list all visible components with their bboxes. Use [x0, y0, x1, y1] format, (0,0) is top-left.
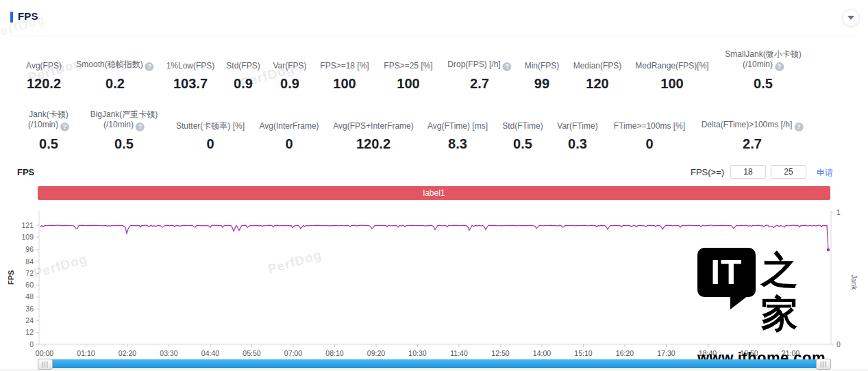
svg-text:0: 0 [836, 340, 841, 348]
collapse-button[interactable] [842, 9, 860, 27]
stat-label: Avg(FTime) [ms] [427, 110, 488, 131]
svg-text:19:50: 19:50 [740, 349, 758, 357]
svg-text:10:30: 10:30 [408, 349, 426, 357]
stat-item: Avg(FPS)120.2 [26, 49, 62, 92]
stat-value: 120.2 [26, 76, 62, 92]
stat-label: Avg(FPS+InterFrame) [333, 110, 413, 131]
stat-item: FPS>=25 [%]100 [384, 49, 432, 92]
stat-item: Smooth(稳帧指数)?0.2 [76, 49, 153, 92]
stat-item: FPS>=18 [%]100 [320, 49, 369, 92]
stat-label: Jank(卡顿)(/10min)? [28, 110, 69, 131]
stat-value: 0.5 [725, 76, 801, 92]
fps-threshold-input-2[interactable] [771, 165, 806, 179]
svg-text:Jank: Jank [850, 274, 858, 290]
stat-value: 100 [320, 76, 369, 92]
help-icon[interactable]: ? [775, 62, 784, 71]
stat-label: Var(FPS) [273, 49, 306, 71]
stat-value: 0.5 [28, 136, 69, 152]
stat-value: 99 [525, 76, 560, 92]
stat-item: BigJank(严重卡顿)(/10min)?0.5 [90, 110, 158, 152]
series-label-banner[interactable]: label1 [38, 186, 830, 200]
scrollbar-handle-left[interactable]: ||| [38, 359, 53, 370]
stat-item: 1%Low(FPS)103.7 [166, 49, 215, 92]
stat-item: SmallJank(微小卡顿)(/10min)?0.5 [725, 49, 801, 92]
stat-label: Stutter(卡顿率) [%] [176, 110, 245, 131]
stat-label: 1%Low(FPS) [166, 49, 215, 71]
stat-item: Var(FPS)0.9 [273, 49, 306, 92]
stat-label: Std(FTime) [502, 110, 543, 131]
stat-value: 2.7 [702, 136, 804, 152]
stat-label: Drop(FPS) [/h]? [447, 49, 511, 71]
help-icon[interactable]: ? [503, 62, 512, 71]
svg-text:FPS: FPS [7, 270, 15, 285]
stat-item: Median(FPS)120 [573, 49, 622, 92]
stat-value: 120.2 [333, 136, 413, 152]
stat-item: Min(FPS)99 [525, 49, 560, 92]
svg-text:21:00: 21:00 [782, 349, 799, 357]
stat-label: SmallJank(微小卡顿)(/10min)? [725, 49, 801, 71]
svg-text:84: 84 [25, 257, 34, 266]
chart-scrollbar[interactable]: ||| ||| [38, 359, 831, 370]
stat-value: 8.3 [427, 136, 488, 152]
svg-text:48: 48 [25, 292, 34, 300]
svg-text:07:00: 07:00 [284, 349, 302, 357]
scrollbar-handle-right[interactable]: ||| [816, 359, 831, 370]
stat-label: BigJank(严重卡顿)(/10min)? [90, 110, 158, 131]
stat-item: Stutter(卡顿率) [%]0 [176, 110, 245, 152]
stat-label: Std(FPS) [226, 49, 260, 71]
svg-text:16:20: 16:20 [616, 349, 634, 357]
bottom-border [0, 370, 868, 370]
svg-text:36: 36 [25, 305, 34, 313]
svg-text:02:20: 02:20 [119, 349, 136, 357]
stat-label: Smooth(稳帧指数)? [76, 49, 153, 71]
stat-item: Std(FPS)0.9 [226, 49, 260, 92]
stat-value: 0.9 [273, 76, 306, 92]
svg-text:96: 96 [25, 245, 34, 253]
divider [10, 36, 858, 36]
stat-label: Delta(FTime)>100ms [/h]? [702, 110, 804, 131]
svg-text:03:30: 03:30 [160, 349, 177, 357]
apply-link[interactable]: 申请 [817, 167, 833, 179]
svg-text:17:30: 17:30 [657, 349, 675, 357]
svg-text:0: 0 [29, 340, 34, 348]
fps-threshold-input-1[interactable] [730, 165, 766, 179]
fps-threshold-label: FPS(>=) [691, 167, 724, 177]
svg-text:72: 72 [25, 269, 34, 277]
page-title: FPS [18, 10, 38, 22]
chevron-down-icon [847, 16, 854, 20]
stat-value: 120 [573, 76, 622, 92]
svg-text:12: 12 [25, 328, 34, 336]
help-icon[interactable]: ? [60, 123, 69, 131]
stat-item: FTime>=100ms [%]0 [614, 110, 685, 152]
stat-value: 0 [259, 136, 319, 152]
stat-item: Avg(InterFrame)0 [259, 110, 319, 152]
scrollbar-track[interactable] [38, 359, 831, 368]
stat-value: 100 [384, 76, 432, 92]
help-icon[interactable]: ? [794, 123, 803, 131]
help-icon[interactable]: ? [145, 62, 154, 71]
stat-label: Var(FTime) [557, 110, 597, 131]
stat-label: FPS>=25 [%] [384, 49, 432, 71]
svg-text:08:10: 08:10 [325, 349, 343, 357]
svg-text:1: 1 [836, 208, 841, 216]
stat-value: 0.3 [557, 136, 597, 152]
series-label: label1 [423, 188, 445, 198]
svg-text:11:40: 11:40 [450, 349, 468, 357]
fps-chart[interactable]: 121109968472604836241201000:0001:1002:20… [0, 203, 868, 357]
stat-label: MedRange(FPS)[%] [635, 49, 708, 71]
svg-text:09:20: 09:20 [367, 349, 385, 357]
help-icon[interactable]: ? [136, 123, 145, 131]
stat-item: Drop(FPS) [/h]?2.7 [447, 49, 511, 92]
stat-value: 2.7 [447, 76, 511, 92]
stat-label: Avg(InterFrame) [259, 110, 319, 131]
stat-value: 0.2 [76, 76, 153, 92]
stat-value: 103.7 [166, 76, 215, 92]
svg-text:04:40: 04:40 [201, 349, 219, 357]
svg-text:60: 60 [25, 281, 34, 289]
stat-value: 0 [614, 136, 685, 152]
stat-item: MedRange(FPS)[%]100 [635, 49, 708, 92]
stat-label: FTime>=100ms [%] [614, 110, 685, 131]
accent-bar [10, 12, 13, 23]
svg-text:12:50: 12:50 [491, 349, 509, 357]
stat-item: Delta(FTime)>100ms [/h]?2.7 [702, 110, 804, 152]
